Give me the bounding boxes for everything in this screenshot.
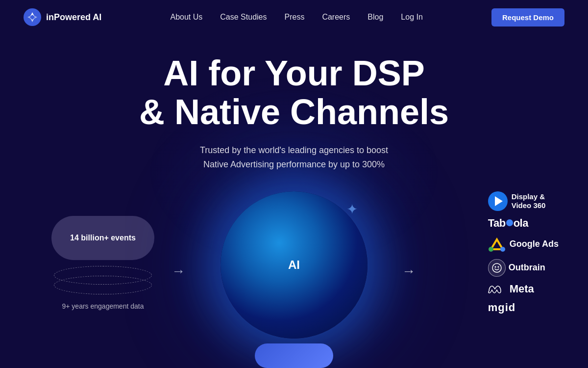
ai-sphere: AI xyxy=(220,191,368,339)
partner-taboola: Tabola xyxy=(488,217,559,230)
taboola-label: Tabola xyxy=(488,217,528,230)
svg-point-2 xyxy=(489,247,493,252)
pill-label: 14 billion+ events xyxy=(70,234,136,242)
cta-hint-button[interactable] xyxy=(255,343,333,368)
svg-point-6 xyxy=(497,266,499,267)
svg-point-3 xyxy=(500,247,505,252)
partner-meta: Meta xyxy=(488,283,559,295)
google-ads-icon xyxy=(488,236,506,253)
partner-google-ads: Google Ads xyxy=(488,236,559,253)
taboola-o-icon xyxy=(506,219,513,226)
meta-label: Meta xyxy=(510,283,534,295)
outbrain-smile-icon xyxy=(491,263,502,273)
mgid-label: mgid xyxy=(488,301,516,314)
nav-press[interactable]: Press xyxy=(284,13,304,21)
arrow-left-icon: → xyxy=(172,263,185,279)
logo-icon xyxy=(24,8,41,26)
ai-label: AI xyxy=(288,258,300,272)
svg-point-5 xyxy=(494,266,496,267)
partner-mgid: mgid xyxy=(488,301,559,314)
hero-headline: AI for Your DSP & Native Channels xyxy=(10,54,578,131)
data-input-area: 14 billion+ events 9+ years engagement d… xyxy=(49,216,157,310)
dv360-play-icon xyxy=(495,196,503,206)
google-ads-label: Google Ads xyxy=(510,239,559,249)
arrow-right-icon: → xyxy=(402,263,416,279)
nav-links: About Us Case Studies Press Careers Blog… xyxy=(171,13,423,22)
partner-dv360: Display &Video 360 xyxy=(488,191,559,211)
request-demo-button[interactable]: Request Demo xyxy=(491,8,564,26)
navbar: inPowered AI About Us Case Studies Press… xyxy=(0,0,588,34)
hero-section: AI for Your DSP & Native Channels Truste… xyxy=(0,34,588,182)
hero-subtext: Trusted by the world's leading agencies … xyxy=(10,143,578,172)
pill-stack: 14 billion+ events xyxy=(49,216,157,294)
partner-outbrain: Outbrain xyxy=(488,259,559,277)
nav-login[interactable]: Log In xyxy=(401,13,422,21)
nav-careers[interactable]: Careers xyxy=(322,13,350,21)
svg-point-0 xyxy=(24,8,41,26)
outbrain-icon xyxy=(488,259,506,277)
outbrain-label: Outbrain xyxy=(509,263,545,273)
logo-text: inPowered AI xyxy=(46,12,101,23)
logo[interactable]: inPowered AI xyxy=(24,8,101,26)
data-sub-label: 9+ years engagement data xyxy=(62,302,144,310)
ai-sphere-container: ✦ AI xyxy=(220,191,368,339)
nav-blog[interactable]: Blog xyxy=(368,13,383,21)
pill-top: 14 billion+ events xyxy=(51,216,154,260)
dv360-icon xyxy=(488,191,508,211)
main-visual: 14 billion+ events 9+ years engagement d… xyxy=(0,186,588,363)
pill-middle-ellipse xyxy=(54,266,152,285)
partner-logos: Display &Video 360 Tabola Google Ads xyxy=(488,191,559,314)
meta-icon xyxy=(488,284,506,294)
nav-case-studies[interactable]: Case Studies xyxy=(220,13,267,21)
svg-point-4 xyxy=(492,263,501,272)
nav-about[interactable]: About Us xyxy=(171,13,203,21)
dv360-label: Display &Video 360 xyxy=(512,192,546,210)
